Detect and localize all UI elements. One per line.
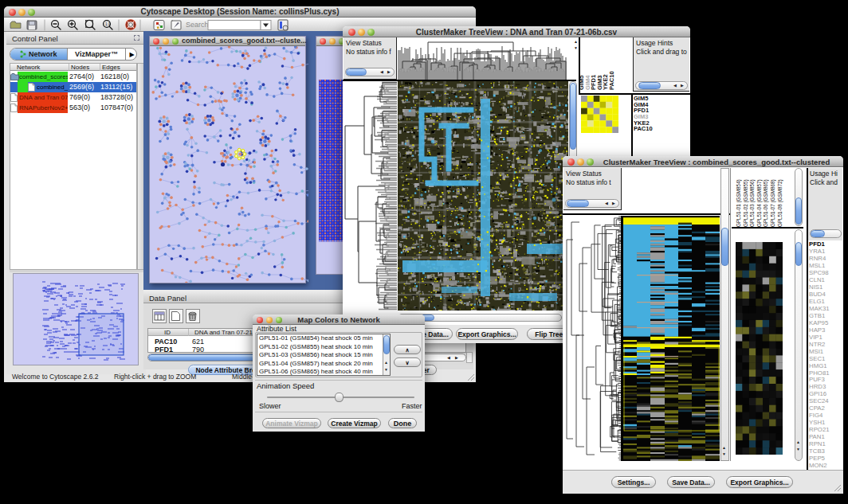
svg-text:YSH1: YSH1: [809, 419, 825, 426]
svg-text:ELG1: ELG1: [809, 298, 825, 305]
svg-text:GPL51-06 (GSM865): GPL51-06 (GSM865): [763, 180, 769, 228]
svg-text:GPL51-07 (GSM868): GPL51-07 (GSM868): [770, 180, 776, 228]
svg-text:GPI16: GPI16: [809, 390, 826, 397]
svg-text:HMG1: HMG1: [809, 362, 827, 369]
svg-text:GPL51-02 (GSM855): GPL51-02 (GSM855): [743, 180, 749, 228]
svg-text:GPL51-03 (GSM856): GPL51-03 (GSM856): [749, 180, 756, 228]
svg-text:SEC24: SEC24: [809, 397, 829, 404]
svg-text:1:1: 1:1: [105, 22, 111, 26]
svg-text:TCB3: TCB3: [809, 447, 825, 455]
svg-text:MSI1: MSI1: [809, 348, 823, 355]
svg-text:MON2: MON2: [809, 462, 827, 469]
svg-text:PAN1: PAN1: [809, 433, 825, 440]
svg-text:SPC98: SPC98: [809, 269, 829, 276]
svg-text:PAC10: PAC10: [608, 71, 615, 90]
svg-text:RNR4: RNR4: [809, 255, 826, 262]
svg-text:HAP3: HAP3: [809, 326, 825, 334]
svg-text:PHO81: PHO81: [809, 369, 830, 377]
svg-text:HRD3: HRD3: [809, 383, 826, 390]
svg-text:NTR2: NTR2: [809, 341, 825, 348]
svg-text:YRA1: YRA1: [809, 248, 825, 255]
svg-text:SEC1: SEC1: [809, 355, 825, 362]
svg-text:PFD1: PFD1: [809, 240, 826, 248]
svg-text:BUD4: BUD4: [809, 291, 826, 298]
svg-text:MSL1: MSL1: [809, 262, 825, 269]
svg-text:PUF3: PUF3: [809, 376, 825, 383]
svg-text:Search:: Search:: [186, 21, 210, 29]
svg-text:GTB1: GTB1: [809, 312, 825, 319]
svg-text:CPA2: CPA2: [809, 404, 825, 412]
svg-text:PEP5: PEP5: [809, 455, 826, 462]
svg-text:GPL51-08 (GSM872): GPL51-08 (GSM872): [777, 180, 783, 228]
svg-text:GPL51-01 (GSM854): GPL51-01 (GSM854): [736, 180, 742, 228]
svg-text:FIG4: FIG4: [809, 412, 823, 419]
svg-text:GPL51-04 (GSM857): GPL51-04 (GSM857): [756, 180, 763, 228]
svg-text:RPO21: RPO21: [809, 426, 830, 433]
svg-text:NIS1: NIS1: [809, 283, 822, 291]
svg-text:KAP95: KAP95: [809, 319, 829, 326]
svg-text:MAK31: MAK31: [809, 305, 830, 312]
svg-text:VIP1: VIP1: [809, 334, 822, 341]
svg-text:CLN1: CLN1: [809, 276, 825, 283]
svg-text:RPN1: RPN1: [809, 440, 826, 447]
